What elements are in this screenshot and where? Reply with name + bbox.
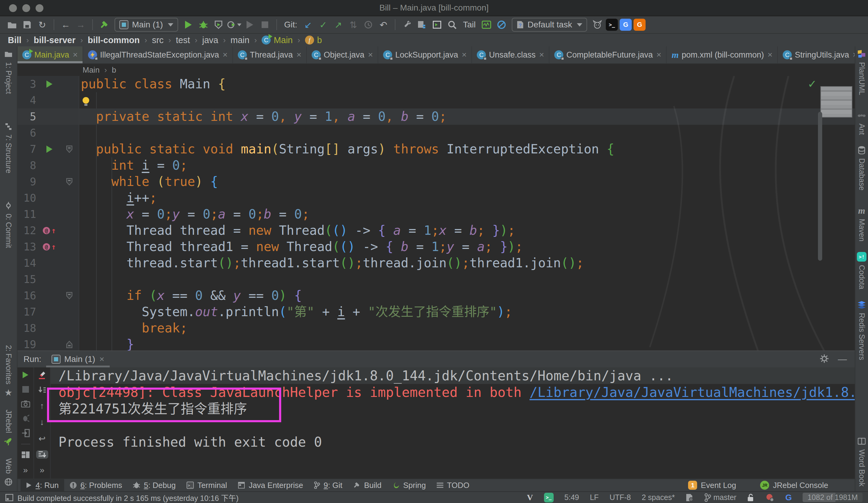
run-icon[interactable] [182, 18, 195, 32]
stripe-button-plantuml[interactable]: PlantUML [857, 49, 867, 95]
memory-indicator[interactable]: 1082 of 1981M [803, 493, 862, 502]
stop-icon[interactable] [20, 386, 32, 393]
profiler-icon[interactable] [227, 18, 241, 32]
back-icon[interactable]: ← [59, 18, 72, 32]
console-output[interactable]: /Library/Java/JavaVirtualMachines/jdk1.8… [51, 367, 855, 479]
indent-setting[interactable]: 2 spaces* [642, 493, 675, 502]
stripe-button-jrebel[interactable]: JRebel [3, 410, 13, 446]
fold-marker-icon[interactable] [66, 340, 73, 348]
rerun-icon[interactable] [20, 371, 32, 379]
save-all-icon[interactable] [21, 18, 34, 32]
attach-icon[interactable] [20, 429, 32, 437]
minimize-window-icon[interactable] [22, 4, 30, 12]
close-icon[interactable]: × [657, 50, 661, 60]
editor-tab[interactable]: mpom.xml (bill-common)× [667, 47, 778, 63]
editor-tab[interactable]: CUnsafe.class× [472, 47, 549, 63]
close-icon[interactable]: × [100, 355, 104, 364]
run-anything-icon[interactable] [243, 18, 257, 32]
monitor-icon[interactable] [480, 18, 493, 32]
traffic-lights[interactable] [9, 4, 43, 12]
breadcrumb-item[interactable]: bill-common [88, 35, 140, 45]
stripe-button-maven[interactable]: mMaven [857, 206, 867, 242]
run-configuration-select[interactable]: Main (1) [114, 18, 178, 32]
tool-window-button-run[interactable]: 4: Run [21, 479, 64, 491]
tool-window-button-java-enterprise[interactable]: Java Enterprise [232, 479, 309, 491]
git-cherry-pick-icon[interactable]: ⇅ [347, 18, 360, 32]
sync-icon[interactable]: ↻ [35, 18, 49, 32]
breadcrumb-item[interactable]: src [152, 35, 164, 45]
fold-marker-icon[interactable] [66, 145, 73, 153]
editor-tab[interactable]: IllegalThreadStateException.java× [83, 47, 233, 63]
code-editor[interactable]: 3public class Main {45 private static in… [18, 76, 855, 350]
debug-icon[interactable] [197, 18, 210, 32]
search-icon[interactable] [445, 18, 459, 32]
close-icon[interactable]: × [73, 50, 78, 60]
google-icon[interactable]: G [785, 493, 792, 502]
clear-console-icon[interactable] [36, 371, 48, 379]
breadcrumb-item[interactable]: main [230, 35, 249, 45]
task-select[interactable]: ? Default task [512, 18, 587, 32]
coverage-icon[interactable] [212, 18, 225, 32]
close-icon[interactable]: × [368, 50, 373, 60]
editor-tab[interactable]: CThread.java× [233, 47, 307, 63]
stop-icon[interactable] [258, 18, 271, 32]
breadcrumb-item[interactable]: CMain [262, 35, 293, 45]
terminal-status-icon[interactable]: >_ [544, 493, 554, 502]
close-window-icon[interactable] [9, 4, 17, 12]
tool-window-button-git[interactable]: 9: Git [309, 479, 348, 491]
breadcrumb-item[interactable]: bill-server [34, 35, 76, 45]
editor-tab[interactable]: CCompletableFuture.java× [549, 47, 667, 63]
close-icon[interactable]: × [462, 50, 466, 60]
open-icon[interactable] [6, 18, 19, 32]
breadcrumb-item[interactable]: fb [305, 35, 322, 45]
tool-window-button-todo[interactable]: TODO [431, 479, 475, 491]
run-tab[interactable]: Main (1) × [48, 351, 108, 367]
run-terminal-icon[interactable] [431, 18, 444, 32]
status-message[interactable]: Build completed successfully in 2 s 165 … [18, 492, 239, 503]
stripe-button-2-favorites[interactable]: 2: Favorites★ [3, 345, 13, 398]
line-ending[interactable]: LF [590, 493, 599, 502]
vim-mode-icon[interactable]: V [527, 493, 533, 502]
forward-icon[interactable]: → [74, 18, 87, 32]
terminal-plugin-icon[interactable]: >_ [606, 19, 618, 31]
breadcrumb-item[interactable]: test [176, 35, 190, 45]
git-update-icon[interactable]: ↙ [301, 18, 315, 32]
stripe-button-codota[interactable]: >!Codota [857, 252, 867, 289]
file-encoding[interactable]: UTF-8 [609, 493, 631, 502]
editor-tab[interactable]: CObject.java× [307, 47, 378, 63]
doodle-plugin-icon[interactable] [591, 18, 604, 32]
hotswap-gutter-icon[interactable]: @ [43, 243, 50, 250]
close-icon[interactable]: × [223, 50, 228, 60]
stripe-button-7-structure[interactable]: 7: Structure [3, 121, 13, 173]
close-icon[interactable]: × [768, 50, 773, 60]
editor-tab[interactable]: CLockSupport.java× [378, 47, 472, 63]
run-line-icon[interactable] [46, 81, 52, 88]
up-stack-icon[interactable]: ↑ [36, 401, 48, 411]
breadcrumb-member[interactable]: b [112, 65, 116, 75]
inspection-profile-icon[interactable] [686, 493, 693, 502]
fold-marker-icon[interactable] [66, 178, 73, 186]
inspections-ok-icon[interactable]: ✓ [808, 78, 817, 90]
more-console-actions-icon[interactable]: » [40, 465, 45, 475]
git-commit-icon[interactable]: ✓ [317, 18, 330, 32]
editor-tab[interactable]: CMain.java× [18, 47, 83, 63]
soft-wrap-icon[interactable]: ↩ [36, 434, 48, 444]
stripe-button-0-commit[interactable]: 0: Commit [3, 201, 13, 248]
breadcrumb-item[interactable]: java [202, 35, 218, 45]
tool-window-button-spring[interactable]: Spring [387, 479, 431, 491]
translate-alt-plugin-icon[interactable]: G [633, 19, 645, 31]
tool-window-button-debug[interactable]: 5: Debug [127, 479, 181, 491]
ban-icon[interactable] [495, 18, 508, 32]
git-history-icon[interactable] [362, 18, 375, 32]
layout-icon[interactable] [20, 451, 32, 459]
breadcrumb-item[interactable]: Bill [8, 35, 21, 45]
git-push-icon[interactable]: ↗ [331, 18, 345, 32]
stripe-button-database[interactable]: Database [857, 145, 867, 191]
tool-window-button-terminal[interactable]: >_Terminal [181, 479, 232, 491]
hide-panel-icon[interactable]: — [838, 354, 847, 365]
fold-marker-icon[interactable] [66, 292, 73, 300]
lock-icon[interactable] [747, 493, 754, 502]
stripe-button-redis-servers[interactable]: Redis Servers [857, 300, 867, 360]
jrebel-console-button[interactable]: JRJRebel Console [755, 481, 834, 490]
profiler-status-icon[interactable] [765, 493, 774, 502]
